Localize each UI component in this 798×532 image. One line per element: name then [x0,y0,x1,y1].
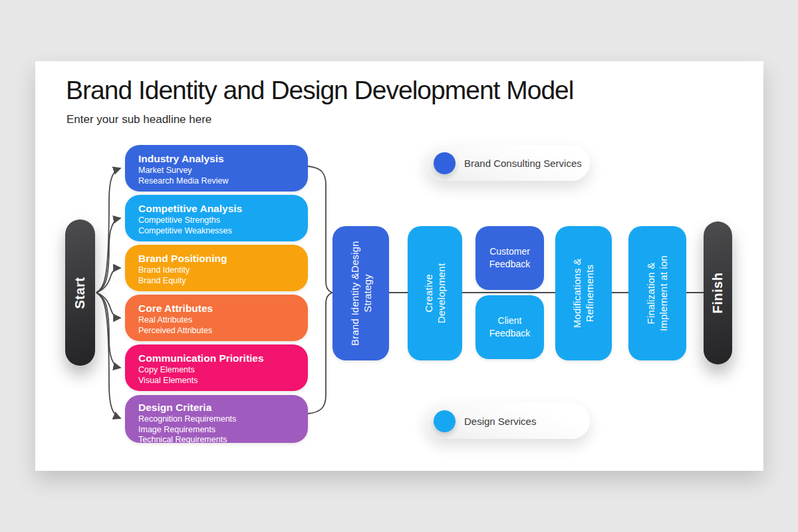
phase-line: Visual Elements [138,376,299,386]
phase-box-communication-priorities: Communication Priorities Copy Elements V… [125,344,308,391]
flow-label-line: Client [498,315,522,327]
flow-label-line: Feedback [489,258,530,271]
phase-line: Competitive Strengths [138,215,299,226]
finish-label: Finish [712,273,724,314]
phase-title: Communication Priorities [138,352,299,365]
flow-label-line: Feedback [489,327,530,340]
phase-title: Industry Analysis [138,152,299,166]
phase-title: Competitive Analysis [138,202,299,215]
flow-box-creative-development: Creative Development [408,226,462,360]
phase-line: Market Survey [138,166,299,176]
flow-label-line: Strategy [361,241,374,346]
phase-box-industry-analysis: Industry Analysis Market Survey Research… [125,145,308,192]
phase-box-competitive-analysis: Competitive Analysis Competitive Strengt… [125,195,308,241]
phase-box-design-criteria: Design Criteria Recognition Requirements… [125,395,308,443]
phase-line: Recognition Requirements [138,414,299,425]
phase-line: Real Attributes [138,315,299,326]
phase-line: Research Media Review [138,176,299,187]
flow-box-brand-identity-design-strategy: Brand Identity &Design Strategy [332,226,389,360]
phase-title: Core Attributes [138,302,299,315]
start-arrow-6 [96,293,120,418]
start-node: Start [65,219,95,366]
legend-color-dot [434,152,456,174]
phase-box-brand-positioning: Brand Positioning Brand Identity Brand E… [125,245,308,291]
finish-node: Finish [704,221,732,364]
flow-label-line: Modifications & [571,259,584,329]
flow-label-line: Customer [489,245,530,258]
converge-brace-top [308,166,332,293]
phase-line: Competitive Weaknesses [138,226,299,237]
flow-label-line: Refinements [584,259,597,329]
flow-box-modifications-refinements: Modifications & Refinements [555,226,612,360]
phase-line: Perceived Attributes [138,326,299,336]
flow-box-client-feedback: Client Feedback [475,295,544,359]
phase-box-core-attributes: Core Attributes Real Attributes Perceive… [125,295,308,341]
legend-label: Brand Consulting Services [464,158,582,169]
legend-design-services: Design Services [426,403,590,439]
phase-line: Technical Requirements [138,435,299,446]
start-arrow-1 [96,168,120,293]
legend-label: Design Services [464,416,536,427]
flow-box-customer-feedback: Customer Feedback [475,226,544,290]
start-label: Start [74,277,86,309]
legend-brand-consulting-services: Brand Consulting Services [426,145,590,181]
converge-brace-bottom [308,293,332,414]
phase-line: Copy Elements [138,365,299,376]
flow-box-finalization-implementation: Finalization & Implement at ion [628,226,686,360]
flow-label-line: Implement at ion [658,255,670,331]
flow-label-line: Development [435,263,448,324]
phase-title: Design Criteria [138,401,299,414]
slide-canvas: Brand Identity and Design Development Mo… [35,61,763,471]
flow-label-line: Finalization & [645,255,658,331]
phase-line: Brand Equity [138,276,299,287]
flow-label-line: Brand Identity &Design [348,241,361,346]
legend-color-dot [434,410,456,432]
flow-label-line: Creative [422,263,435,324]
phase-line: Image Requirements [138,425,299,436]
phase-line: Brand Identity [138,265,299,276]
phase-title: Brand Positioning [138,252,299,265]
